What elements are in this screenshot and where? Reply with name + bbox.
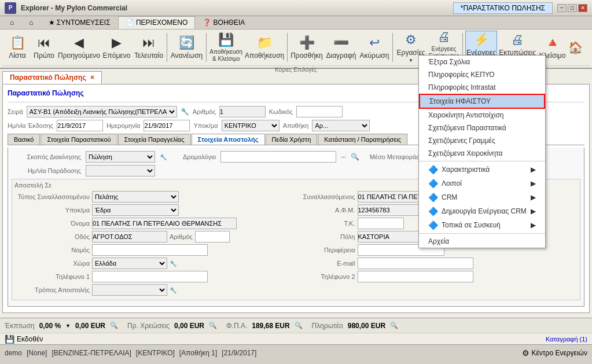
other-icon: 🔷 [428,179,438,188]
warehouse-label: Αποθήκη [283,122,309,129]
country-tool[interactable]: 🔧 [170,260,177,267]
phone2-input[interactable] [358,271,473,282]
close-form-icon: 🔺 [545,35,560,50]
tab-shipping[interactable]: Στοιχεία Αποστολής [192,134,265,145]
add-button[interactable]: ➕ Προσθήκη [290,31,324,64]
close-doc-tab[interactable]: × [90,73,94,82]
purpose-select[interactable]: Πώληση [86,151,155,163]
tab-order-details[interactable]: Στοιχεία Παραγγελίας [118,134,191,145]
route-magnifier[interactable]: 🔍 [351,153,359,161]
menu-characteristics[interactable]: 🔷 Χαρακτηριστικά ▶ [419,163,545,177]
transport-label: Μέσο Μεταφοράς [370,153,420,160]
create-crm-arrow: ▶ [531,207,536,215]
next-button[interactable]: ▶ Επόμενο [101,31,132,64]
email-label: E-mail [297,260,355,267]
street-num-input[interactable] [195,231,230,242]
close-button[interactable]: ✕ [578,4,587,12]
menu-create-crm[interactable]: 🔷 Δημιουργία Ενέργειας CRM ▶ [419,204,545,218]
branch2-select[interactable]: Έδρα [92,204,179,216]
discount-magnifier[interactable]: 🔍 [110,322,118,329]
home-icon-right[interactable]: 🏠 [568,41,583,54]
prev-button[interactable]: ◀ Προηγούμενο [58,31,100,64]
route-label: Δρομολόγιο [183,153,216,160]
street-input[interactable] [92,231,167,242]
name-input[interactable] [92,218,237,229]
menu-related-manual[interactable]: Σχετιζόμενα Χειρoκίνητα [419,147,545,160]
cancel-button[interactable]: ↩ Ακύρωση [358,31,390,64]
date-input[interactable] [144,120,190,131]
log-label[interactable]: Καταγραφή (1) [546,336,587,343]
branch-select[interactable]: ΚΕΝΤΡΙΚΟ [222,120,280,131]
energies-icon: ⚡ [473,32,489,47]
ribbon-tab-home[interactable]: ⌂ [2,16,21,29]
save-close-icon: 💾 [218,32,234,47]
district-input[interactable] [92,244,208,256]
payable-magnifier[interactable]: 🔍 [390,322,398,329]
code-input[interactable] [296,106,343,117]
menu-info-intrastat[interactable]: Πληροφορίες Intrastat [419,81,545,94]
refresh-label: Ανανέωση [171,52,203,60]
ribbon-tab-help[interactable]: ❓ ΒΟΗΘΕΙΑ [195,16,252,29]
sales-doc-tab[interactable]: Παραστατικό Πώλησης × [2,71,102,84]
tab-status[interactable]: Κατάσταση / Παρατηρήσεις [318,134,407,145]
local-device-arrow: ▶ [531,221,536,229]
related-manual-label: Σχετιζόμενα Χειρoκίνητα [428,149,503,157]
series-select[interactable]: ΑΣΥ-Β1 (Απόδειξη Λιανικής Πώλησης(ΠΕΤΡΕΛ… [27,106,177,117]
menu-related-lines[interactable]: Σχετιζόμενες Γραμμές [419,134,545,147]
afm-input[interactable] [358,204,427,216]
phone1-input[interactable] [92,271,208,282]
country-label: Χώρα [14,260,90,267]
other-arrow: ▶ [531,179,536,187]
charges-magnifier[interactable]: 🔍 [209,322,217,329]
characteristics-icon: 🔷 [428,165,438,174]
delivery-date-select[interactable] [86,165,155,177]
shipping-method-select[interactable] [92,284,167,296]
save-close-button[interactable]: 💾 Αποθήκευση& Κλείσιμο [209,31,244,64]
vat-magnifier[interactable]: 🔍 [295,322,303,329]
status-date: [21/9/2017] [222,349,256,357]
tab-basic[interactable]: Βασικό [8,134,40,145]
last-button[interactable]: ⏭ Τελευταίο [133,31,165,64]
status-category: [ΒΕΝΖΙΝΕΣ-ΠΕΤΡΕΛΑΙΑ] [52,349,131,357]
vat-value: 189,68 EUR [252,322,289,330]
tab-user-fields[interactable]: Πεδία Χρήστη [266,134,318,145]
menu-local-device[interactable]: 🔷 Τοπικά σε Συσκευή ▶ [419,218,545,232]
save-button[interactable]: 📁 Αποθήκευση [245,31,285,64]
tab-doc-details[interactable]: Στοιχεία Παραστατικού [41,134,117,145]
series-tool-icon[interactable]: 🔧 [181,108,189,116]
print-icon: 🖨 [511,32,524,47]
list-button[interactable]: 📋 Λίστα [5,31,30,64]
ribbon-tab-menu[interactable]: ⌂ [21,16,41,29]
menu-other[interactable]: 🔷 Λοιποί ▶ [419,177,545,190]
ribbon-tab-content[interactable]: 📄 ΠΕΡΙΕΧΟΜΕΝΟ [118,16,196,29]
country-select[interactable]: Ελλάδα [92,258,167,269]
separator-2 [206,33,207,62]
purpose-tool[interactable]: 🔧 [160,154,167,160]
menu-separator-2 [419,233,545,234]
discount-arrow[interactable]: ▼ [65,323,71,329]
maximize-button[interactable]: □ [568,4,577,12]
active-document-tab[interactable]: *ΠΑΡΑΣΤΑΤΙΚΟ ΠΩΛΗΣΗΣ [453,2,553,14]
menu-related-docs[interactable]: Σχετιζόμενα Παραστατικά [419,122,545,134]
warehouse-select[interactable]: Αρ... [312,120,370,131]
refresh-button[interactable]: 🔄 Ανανέωση [170,31,204,64]
contact-type-select[interactable]: Πελάτης [92,191,179,203]
menu-extra-school[interactable]: Έξτρα Σχόλια [419,56,545,68]
shipping-method-label: Τρόπος Αποστολής [14,286,90,293]
issue-date-input[interactable] [57,120,103,131]
postal-input[interactable] [358,218,404,229]
shipping-method-tool[interactable]: 🔧 [170,287,177,293]
menu-manual-match[interactable]: Χειρoκίνητη Αντιστοίχιση [419,109,545,122]
ribbon-tab-shortcuts[interactable]: ★ ΣΥΝΤΟΜΕΥΣΕΙΣ [41,16,118,29]
menu-crm[interactable]: 🔷 CRM ▶ [419,190,545,204]
number-input[interactable] [219,106,266,117]
delete-button[interactable]: ➖ Διαγραφή [325,31,357,64]
route-input[interactable] [220,151,336,163]
archive-label: Αρχεία [428,237,449,245]
first-button[interactable]: ⏮ Πρώτο [31,31,57,64]
menu-archive[interactable]: Αρχεία [419,235,545,248]
menu-stoixeia-hfastou[interactable]: Στοιχεία ΗΦΑΙΣΤΟΥ [419,94,545,109]
menu-info-kepyo[interactable]: Πληροφορίες ΚΕΠΥΟ [419,68,545,81]
minimize-button[interactable]: − [557,4,567,12]
email-input[interactable] [358,258,473,269]
